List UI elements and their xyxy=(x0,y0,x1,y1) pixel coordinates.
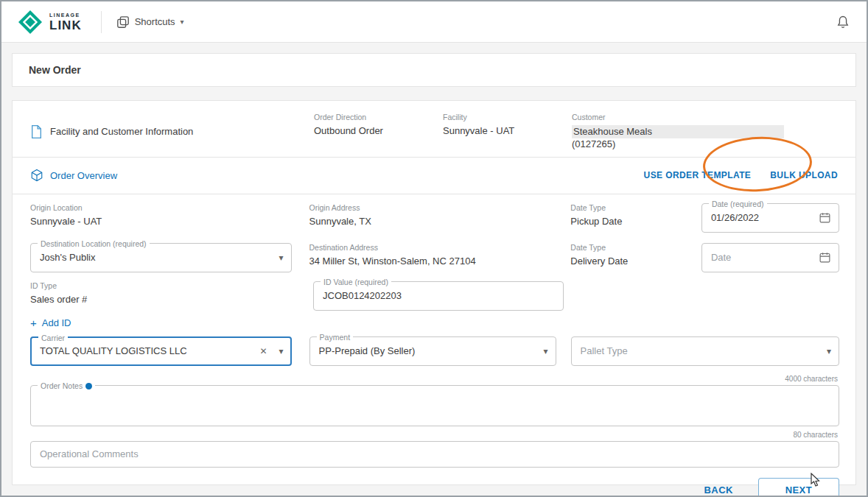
calendar-button[interactable] xyxy=(819,251,831,264)
form-row-destination: Destination Location (required) Josh's P… xyxy=(30,243,839,272)
topbar: LINEAGE LINK Shortcuts ▾ xyxy=(1,1,867,43)
calendar-button[interactable] xyxy=(819,211,831,224)
pallet-type-placeholder: Pallet Type xyxy=(581,345,821,356)
order-overview-row: Order Overview USE ORDER TEMPLATE BULK U… xyxy=(13,158,855,194)
page-title: New Order xyxy=(29,64,81,76)
origin-location-field: Origin Location Sunnyvale - UAT xyxy=(30,203,292,227)
carrier-label: Carrier xyxy=(38,334,68,342)
form-row-id: ID Type Sales order # ID Value (required… xyxy=(30,281,839,311)
page-header-card: New Order xyxy=(12,53,856,87)
order-notes-textarea[interactable]: Order Notes xyxy=(30,385,839,426)
origin-address-value: Sunnyvale, TX xyxy=(309,216,556,227)
customer-label: Customer xyxy=(572,113,838,121)
next-button[interactable]: NEXT xyxy=(758,478,839,497)
operational-comments-counter: 80 characters xyxy=(30,431,838,439)
bell-icon xyxy=(836,14,850,30)
pickup-date-type-value: Pickup Date xyxy=(570,216,687,227)
overview-links: USE ORDER TEMPLATE BULK UPLOAD xyxy=(644,170,838,180)
chevron-down-icon: ▾ xyxy=(181,18,184,26)
pickup-date-type-label: Date Type xyxy=(570,203,687,212)
delivery-date-type-value: Delivery Date xyxy=(570,255,687,267)
order-notes-input[interactable] xyxy=(40,393,831,426)
payment-select[interactable]: Payment PP-Prepaid (By Seller) ▾ xyxy=(309,336,556,366)
notifications-button[interactable] xyxy=(836,14,850,30)
order-direction-label: Order Direction xyxy=(314,113,443,121)
lineage-link-logo[interactable]: LINEAGE LINK xyxy=(18,10,82,35)
destination-location-col: Destination Location (required) Josh's P… xyxy=(30,243,292,272)
bulk-upload-link[interactable]: BULK UPLOAD xyxy=(770,170,838,180)
shortcuts-icon xyxy=(116,15,130,29)
shortcuts-label: Shortcuts xyxy=(135,16,175,27)
add-id-button[interactable]: + Add ID xyxy=(30,317,71,329)
pickup-date-input[interactable]: Date (required) 01/26/2022 xyxy=(701,203,839,233)
facility-field: Facility Sunnyvale - UAT xyxy=(443,113,572,151)
id-value-text: JCOB0124202203 xyxy=(323,290,556,301)
chevron-down-icon[interactable]: ▾ xyxy=(544,346,548,356)
carrier-col: Carrier TOTAL QUALITY LOGISTICS LLC ✕ ▾ xyxy=(30,336,292,366)
shortcuts-menu[interactable]: Shortcuts ▾ xyxy=(116,15,184,29)
destination-location-select[interactable]: Destination Location (required) Josh's P… xyxy=(30,243,292,272)
brand-text: LINEAGE LINK xyxy=(49,13,82,32)
customer-value-line2: (0127265) xyxy=(572,138,615,149)
chevron-down-icon[interactable]: ▾ xyxy=(279,346,284,356)
operational-comments-input[interactable] xyxy=(40,448,831,459)
destination-address-value: 34 Miller St, Winston-Salem, NC 27104 xyxy=(309,255,556,267)
delivery-date-col: Date xyxy=(701,243,839,272)
origin-location-label: Origin Location xyxy=(30,203,292,212)
pickup-date-col: Date (required) 01/26/2022 xyxy=(701,203,839,233)
id-value-input[interactable]: ID Value (required) JCOB0124202203 xyxy=(313,281,564,311)
operational-comments-field[interactable] xyxy=(30,441,839,468)
add-id-label: Add ID xyxy=(42,317,71,328)
payment-value: PP-Prepaid (By Seller) xyxy=(319,345,538,356)
pallet-type-select[interactable]: Pallet Type ▾ xyxy=(571,336,839,366)
facility-value: Sunnyvale - UAT xyxy=(443,125,572,137)
customer-value-line1: Steakhouse Meals xyxy=(572,125,784,138)
id-type-label: ID Type xyxy=(30,281,295,290)
customer-value: Steakhouse Meals (0127265) xyxy=(572,125,838,151)
use-order-template-link[interactable]: USE ORDER TEMPLATE xyxy=(644,170,752,180)
form-row-origin: Origin Location Sunnyvale - UAT Origin A… xyxy=(30,203,839,233)
lineage-diamond-icon xyxy=(18,10,43,35)
id-value-label: ID Value (required) xyxy=(321,278,391,286)
chevron-down-icon[interactable]: ▾ xyxy=(827,346,831,356)
pickup-date-label: Date (required) xyxy=(709,200,767,208)
info-icon xyxy=(85,383,92,390)
carrier-combobox[interactable]: Carrier TOTAL QUALITY LOGISTICS LLC ✕ ▾ xyxy=(30,336,292,366)
origin-address-label: Origin Address xyxy=(309,203,556,212)
page-content: New Order Facility and Customer Informat… xyxy=(1,43,867,497)
id-type-field: ID Type Sales order # xyxy=(30,281,295,305)
document-icon xyxy=(30,124,43,139)
origin-address-field: Origin Address Sunnyvale, TX xyxy=(309,203,556,227)
order-notes-label: Order Notes xyxy=(38,381,95,390)
destination-location-value: Josh's Publix xyxy=(40,252,273,263)
form-row-carrier: Carrier TOTAL QUALITY LOGISTICS LLC ✕ ▾ … xyxy=(30,336,839,366)
order-overview-title-text: Order Overview xyxy=(50,170,117,181)
payment-col: Payment PP-Prepaid (By Seller) ▾ xyxy=(309,336,556,366)
order-direction-field: Order Direction Outbound Order xyxy=(314,113,443,151)
delivery-date-type-label: Date Type xyxy=(570,243,687,252)
order-direction-value: Outbound Order xyxy=(314,125,443,137)
facility-label: Facility xyxy=(443,113,572,121)
destination-location-label: Destination Location (required) xyxy=(38,239,150,248)
order-notes-counter: 4000 characters xyxy=(30,375,838,383)
chevron-down-icon[interactable]: ▾ xyxy=(279,253,283,263)
order-notes-label-text: Order Notes xyxy=(41,381,83,390)
carrier-value: TOTAL QUALITY LOGISTICS LLC xyxy=(40,345,260,356)
payment-label: Payment xyxy=(317,333,353,342)
customer-field: Customer Steakhouse Meals (0127265) xyxy=(572,113,838,151)
delivery-date-input[interactable]: Date xyxy=(701,243,839,272)
destination-address-field: Destination Address 34 Miller St, Winsto… xyxy=(309,243,556,267)
clear-icon[interactable]: ✕ xyxy=(260,346,267,356)
facility-customer-row: Facility and Customer Information Order … xyxy=(13,101,855,158)
pallet-type-col: Pallet Type ▾ xyxy=(571,336,839,366)
plus-icon: + xyxy=(30,317,37,329)
pickup-date-type-field: Date Type Pickup Date xyxy=(570,203,687,227)
delivery-date-type-field: Date Type Delivery Date xyxy=(570,243,687,267)
id-value-col: ID Value (required) JCOB0124202203 xyxy=(313,281,564,311)
back-button[interactable]: BACK xyxy=(701,480,736,497)
calendar-icon xyxy=(819,211,831,224)
brand-name-lineage: LINEAGE xyxy=(49,13,82,18)
delivery-date-placeholder: Date xyxy=(711,252,813,263)
brand-name-link: LINK xyxy=(49,19,82,32)
order-form: Origin Location Sunnyvale - UAT Origin A… xyxy=(13,194,855,497)
